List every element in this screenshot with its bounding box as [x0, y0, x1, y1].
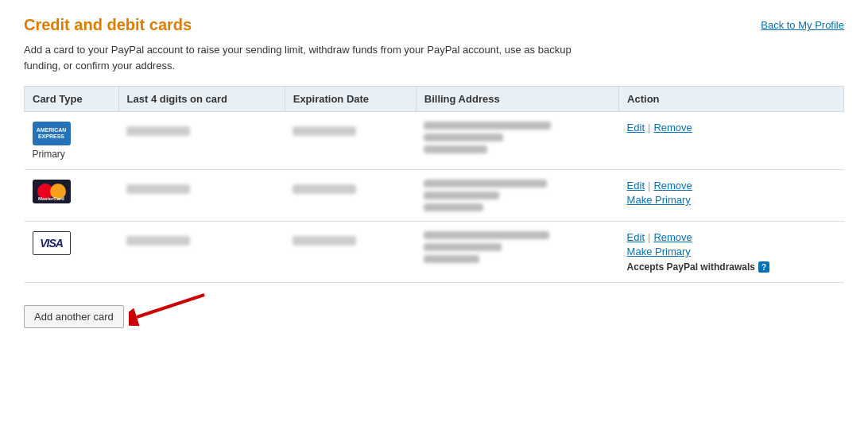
- blurred-expiry: [293, 236, 356, 246]
- add-card-button[interactable]: Add another card: [24, 305, 124, 328]
- action-links: Edit | Remove Make Primary Accepts PayPa…: [627, 231, 836, 273]
- action-cell: Edit | Remove Make Primary Accepts PayPa…: [619, 222, 844, 283]
- address-line2: [424, 134, 503, 141]
- last4-cell: [118, 222, 285, 283]
- address-line3: [424, 255, 479, 263]
- expiry-cell: [285, 222, 416, 283]
- cards-table: Card Type Last 4 digits on card Expirati…: [24, 86, 844, 283]
- blurred-digits: [126, 126, 190, 136]
- billing-cell: [416, 170, 618, 222]
- svg-line-1: [137, 295, 204, 317]
- billing-cell: [416, 112, 618, 170]
- col-card-type: Card Type: [25, 87, 119, 112]
- billing-cell: [416, 222, 618, 283]
- back-to-profile-link[interactable]: Back to My Profile: [761, 19, 844, 31]
- mc-label: MasterCard: [38, 196, 64, 201]
- visa-logo: VISA: [33, 231, 71, 255]
- last4-cell: [118, 170, 285, 222]
- make-primary-row: Make Primary: [627, 194, 836, 206]
- col-expiry: Expiration Date: [285, 87, 416, 112]
- blurred-expiry: [293, 126, 356, 136]
- blurred-address: [424, 122, 610, 153]
- add-card-section: Add another card: [24, 292, 844, 328]
- make-primary-row: Make Primary: [627, 246, 836, 257]
- action-cell: Edit | Remove Make Primary: [619, 170, 844, 222]
- separator: |: [648, 231, 650, 243]
- address-line2: [424, 192, 499, 199]
- col-last4: Last 4 digits on card: [118, 87, 285, 112]
- mastercard-logo: MasterCard: [33, 180, 71, 203]
- card-type-cell: MasterCard: [25, 170, 119, 222]
- table-row: MasterCard Edit |: [25, 170, 844, 222]
- make-primary-link[interactable]: Make Primary: [627, 194, 691, 206]
- last4-cell: [118, 112, 285, 170]
- address-line1: [424, 231, 549, 239]
- separator: |: [648, 122, 650, 134]
- col-billing: Billing Address: [416, 87, 618, 112]
- amex-logo: AMERICANEXPRESS: [33, 122, 71, 145]
- blurred-digits: [126, 184, 190, 194]
- action-links: Edit | Remove Make Primary: [627, 180, 836, 206]
- blurred-address: [424, 231, 610, 263]
- card-type-cell: VISA: [25, 222, 119, 283]
- action-cell: Edit | Remove: [619, 112, 844, 170]
- edit-remove-row: Edit | Remove: [627, 231, 836, 243]
- blurred-address: [424, 180, 610, 211]
- table-row: AMERICANEXPRESS Primary: [25, 112, 844, 170]
- edit-link[interactable]: Edit: [627, 180, 645, 192]
- amex-card-cell: AMERICANEXPRESS Primary: [33, 122, 111, 160]
- page-description: Add a card to your PayPal account to rai…: [24, 42, 580, 73]
- edit-remove-row: Edit | Remove: [627, 180, 836, 192]
- edit-link[interactable]: Edit: [627, 122, 645, 134]
- address-line1: [424, 180, 547, 188]
- action-links: Edit | Remove: [627, 122, 836, 134]
- address-line1: [424, 122, 551, 130]
- edit-link[interactable]: Edit: [627, 231, 645, 243]
- arrow-indicator: [129, 287, 208, 327]
- header-row: Card Type Last 4 digits on card Expirati…: [25, 87, 844, 112]
- table-row: VISA Edit |: [25, 222, 844, 283]
- remove-link[interactable]: Remove: [653, 180, 692, 192]
- blurred-digits: [126, 236, 190, 246]
- edit-remove-row: Edit | Remove: [627, 122, 836, 134]
- separator: |: [648, 180, 650, 192]
- remove-link[interactable]: Remove: [653, 122, 692, 134]
- address-line3: [424, 145, 487, 153]
- accepts-withdrawals-label: Accepts PayPal withdrawals ?: [627, 261, 836, 273]
- visa-text: VISA: [40, 237, 63, 250]
- address-line2: [424, 243, 502, 251]
- primary-label: Primary: [33, 149, 65, 160]
- table-header: Card Type Last 4 digits on card Expirati…: [25, 87, 844, 112]
- col-action: Action: [619, 87, 844, 112]
- address-line3: [424, 203, 483, 211]
- card-type-cell: AMERICANEXPRESS Primary: [25, 112, 119, 170]
- remove-link[interactable]: Remove: [653, 231, 692, 243]
- blurred-expiry: [293, 184, 356, 194]
- make-primary-link[interactable]: Make Primary: [627, 246, 691, 257]
- accepts-withdrawals-text: Accepts PayPal withdrawals: [627, 261, 755, 273]
- expiry-cell: [285, 112, 416, 170]
- page-title: Credit and debit cards: [24, 16, 192, 34]
- expiry-cell: [285, 170, 416, 222]
- help-icon[interactable]: ?: [758, 261, 769, 273]
- table-body: AMERICANEXPRESS Primary: [25, 112, 844, 283]
- top-bar: Credit and debit cards Back to My Profil…: [24, 16, 844, 34]
